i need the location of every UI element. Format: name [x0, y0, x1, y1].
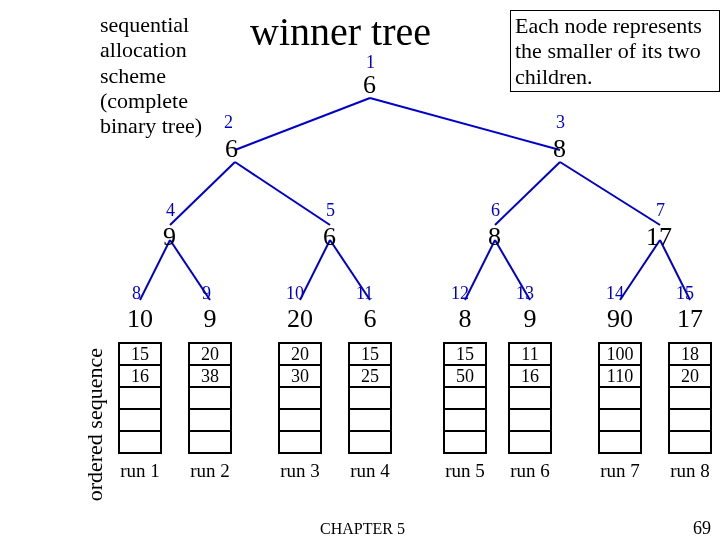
- run-label-2: run 2: [188, 460, 232, 482]
- run-cell: [348, 430, 392, 454]
- run-cell: [443, 408, 487, 432]
- leaf-10-value: 20: [278, 304, 322, 334]
- run-cell: [188, 386, 232, 410]
- run-cell: 110: [598, 364, 642, 388]
- run-cell: 20: [668, 364, 712, 388]
- run-cell: [348, 386, 392, 410]
- node-4-index: 4: [166, 200, 175, 221]
- run-cell: [118, 408, 162, 432]
- run-cell: [188, 430, 232, 454]
- run-cell: 38: [188, 364, 232, 388]
- leaf-12-value: 8: [443, 304, 487, 334]
- run-label-7: run 7: [598, 460, 642, 482]
- run-column-1: 1516run 1: [118, 342, 162, 482]
- run-cell: [598, 430, 642, 454]
- svg-line-1: [370, 98, 560, 150]
- svg-line-4: [495, 162, 560, 225]
- run-cell: [508, 386, 552, 410]
- run-cell: 15: [348, 342, 392, 366]
- node-6-index: 6: [491, 200, 500, 221]
- run-column-3: 2030run 3: [278, 342, 322, 482]
- svg-line-5: [560, 162, 660, 225]
- run-cell: 11: [508, 342, 552, 366]
- run-column-7: 100110run 7: [598, 342, 642, 482]
- run-cell: [443, 430, 487, 454]
- leaf-9-index: 9: [202, 283, 211, 304]
- node-5-value: 6: [323, 222, 336, 252]
- run-cell: [118, 386, 162, 410]
- leaf-8-index: 8: [132, 283, 141, 304]
- side-label: ordered sequence: [82, 348, 108, 501]
- run-cell: [508, 408, 552, 432]
- run-column-8: 1820run 8: [668, 342, 712, 482]
- node-6-value: 8: [488, 222, 501, 252]
- run-column-5: 1550run 5: [443, 342, 487, 482]
- run-label-4: run 4: [348, 460, 392, 482]
- node-7-value: 17: [646, 222, 672, 252]
- run-cell: [188, 408, 232, 432]
- svg-line-2: [170, 162, 235, 225]
- svg-line-3: [235, 162, 330, 225]
- run-column-6: 1116run 6: [508, 342, 552, 482]
- leaf-11-value: 6: [348, 304, 392, 334]
- run-cell: 16: [118, 364, 162, 388]
- footer-chapter: CHAPTER 5: [320, 520, 405, 538]
- leaf-8-value: 10: [118, 304, 162, 334]
- run-cell: [508, 430, 552, 454]
- svg-line-0: [235, 98, 370, 150]
- node-5-index: 5: [326, 200, 335, 221]
- run-cell: 20: [188, 342, 232, 366]
- leaf-10-index: 10: [286, 283, 304, 304]
- node-2-value: 6: [225, 134, 238, 164]
- run-cell: [598, 408, 642, 432]
- run-cell: [118, 430, 162, 454]
- run-cell: [598, 386, 642, 410]
- run-column-2: 2038run 2: [188, 342, 232, 482]
- run-cell: [278, 386, 322, 410]
- leaf-15-value: 17: [668, 304, 712, 334]
- run-cell: 25: [348, 364, 392, 388]
- page-number: 69: [693, 518, 711, 539]
- leaf-14-value: 90: [598, 304, 642, 334]
- node-3-index: 3: [556, 112, 565, 133]
- run-cell: [278, 408, 322, 432]
- run-cell: 20: [278, 342, 322, 366]
- node-7-index: 7: [656, 200, 665, 221]
- run-label-5: run 5: [443, 460, 487, 482]
- run-cell: 30: [278, 364, 322, 388]
- run-cell: 18: [668, 342, 712, 366]
- node-3-value: 8: [553, 134, 566, 164]
- run-label-3: run 3: [278, 460, 322, 482]
- node-4-value: 9: [163, 222, 176, 252]
- run-cell: [348, 408, 392, 432]
- run-label-6: run 6: [508, 460, 552, 482]
- node-1-value: 6: [363, 70, 376, 100]
- run-cell: 100: [598, 342, 642, 366]
- run-cell: [668, 430, 712, 454]
- run-cell: 16: [508, 364, 552, 388]
- run-cell: [668, 408, 712, 432]
- node-2-index: 2: [224, 112, 233, 133]
- leaf-12-index: 12: [451, 283, 469, 304]
- run-cell: 15: [118, 342, 162, 366]
- leaf-14-index: 14: [606, 283, 624, 304]
- run-label-1: run 1: [118, 460, 162, 482]
- run-cell: [443, 386, 487, 410]
- run-cell: 15: [443, 342, 487, 366]
- run-column-4: 1525run 4: [348, 342, 392, 482]
- leaf-9-value: 9: [188, 304, 232, 334]
- run-cell: [278, 430, 322, 454]
- run-cell: [668, 386, 712, 410]
- run-cell: 50: [443, 364, 487, 388]
- leaf-13-value: 9: [508, 304, 552, 334]
- run-label-8: run 8: [668, 460, 712, 482]
- leaf-11-index: 11: [356, 283, 373, 304]
- leaf-13-index: 13: [516, 283, 534, 304]
- leaf-15-index: 15: [676, 283, 694, 304]
